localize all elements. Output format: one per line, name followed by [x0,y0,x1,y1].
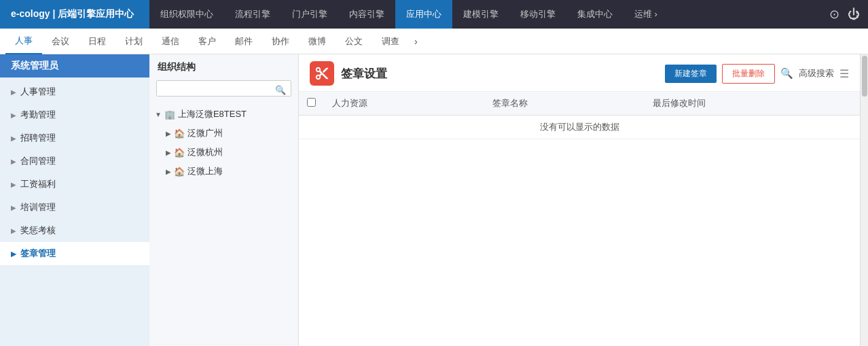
org-tree-shanghai[interactable]: ▶ 🏠 泛微上海 [160,162,298,181]
select-all-checkbox[interactable] [307,98,316,107]
org-panel: 组织结构 🔍 ▼ 🏢 上海泛微E8TEST ▶ 🏠 泛微广州 [149,54,299,346]
second-nav-plan[interactable]: 计划 [115,29,152,54]
search-icon-button[interactable]: 🔍 [780,67,793,80]
org-tree-children: ▶ 🏠 泛微广州 ▶ 🏠 泛微杭州 ▶ 🏠 泛微上海 [149,124,298,181]
second-nav-more[interactable]: › [409,36,423,47]
sidebar-item-seal[interactable]: ▶ 签章管理 [0,242,149,265]
list-view-icon[interactable]: ☰ [839,67,849,80]
main-layout: 系统管理员 ▶ 人事管理 ▶ 考勤管理 ▶ 招聘管理 ▶ 合同管理 ▶ 工资福利 [0,54,868,346]
arrow-icon-recruit: ▶ [11,135,16,142]
second-nav-mail[interactable]: 邮件 [225,29,262,54]
left-sidebar: 系统管理员 ▶ 人事管理 ▶ 考勤管理 ▶ 招聘管理 ▶ 合同管理 ▶ 工资福利 [0,54,149,346]
top-nav-bar: e-cology | 后端引擎应用中心 组织权限中心 流程引擎 门户引擎 内容引… [0,0,868,29]
arrow-icon-reward: ▶ [11,227,16,235]
sidebar-item-attendance[interactable]: ▶ 考勤管理 [0,103,149,126]
arrow-icon-attendance: ▶ [11,111,16,119]
content-area: 组织结构 🔍 ▼ 🏢 上海泛微E8TEST ▶ 🏠 泛微广州 [149,54,868,346]
nav-item-portal[interactable]: 门户引擎 [281,0,338,29]
table-header-row: 人力资源 签章名称 最后修改时间 [299,92,860,116]
home-icon-sh: 🏠 [174,167,185,177]
nav-item-integration[interactable]: 集成中心 [566,0,623,29]
sidebar-title: 系统管理员 [0,54,149,77]
org-search-icon[interactable]: 🔍 [275,85,286,95]
sidebar-item-training[interactable]: ▶ 培训管理 [0,196,149,219]
col-checkbox [299,92,324,116]
expand-icon-sh: ▶ [166,168,171,175]
arrow-icon-salary: ▶ [11,181,16,188]
nav-item-org[interactable]: 组织权限中心 [149,0,224,29]
col-time: 最后修改时间 [645,92,860,116]
power-icon[interactable]: ⏻ [848,7,860,22]
sidebar-item-recruit[interactable]: ▶ 招聘管理 [0,126,149,150]
org-tree-root[interactable]: ▼ 🏢 上海泛微E8TEST [149,105,298,124]
org-search-box: 🔍 [149,77,298,102]
nav-item-ops[interactable]: 运维 › [623,0,668,29]
org-tree-hangzhou[interactable]: ▶ 🏠 泛微杭州 [160,143,298,162]
right-scrollbar[interactable] [860,54,868,346]
org-tree-guangzhou[interactable]: ▶ 🏠 泛微广州 [160,124,298,143]
second-nav-comm[interactable]: 通信 [152,29,189,54]
smiley-icon[interactable]: ⊙ [829,7,839,22]
second-nav-bar: 人事 会议 日程 计划 通信 客户 邮件 协作 微博 公文 调查 › [0,29,868,54]
scissors-svg [314,66,329,81]
main-content: 签章设置 新建签章 批量删除 🔍 高级搜索 ☰ 人力资源 [299,54,860,346]
col-hr: 人力资源 [324,92,484,116]
second-nav-meeting[interactable]: 会议 [42,29,79,54]
content-title: 签章设置 [341,66,387,82]
expand-icon-root: ▼ [155,111,162,118]
expand-icon-gz: ▶ [166,130,171,137]
empty-tip: 没有可以显示的数据 [299,116,860,139]
org-tree: ▼ 🏢 上海泛微E8TEST ▶ 🏠 泛微广州 ▶ 🏠 泛微杭州 [149,102,298,184]
org-panel-title: 组织结构 [149,54,298,77]
sidebar-item-salary[interactable]: ▶ 工资福利 [0,173,149,196]
sidebar-menu: ▶ 人事管理 ▶ 考勤管理 ▶ 招聘管理 ▶ 合同管理 ▶ 工资福利 ▶ 培训管… [0,77,149,268]
nav-item-flow[interactable]: 流程引擎 [224,0,281,29]
nav-right-icons: ⊙ ⏻ [829,7,868,22]
batch-delete-button[interactable]: 批量删除 [722,64,775,84]
logo: e-cology | 后端引擎应用中心 [0,0,149,29]
arrow-icon-contract: ▶ [11,158,16,165]
arrow-icon-hr: ▶ [11,88,16,96]
col-name: 签章名称 [484,92,645,116]
nav-item-content[interactable]: 内容引擎 [338,0,395,29]
scrollbar-thumb [862,56,867,97]
empty-row: 没有可以显示的数据 [299,116,860,139]
new-seal-button[interactable]: 新建签章 [665,65,717,83]
arrow-icon-training: ▶ [11,204,16,211]
company-icon-root: 🏢 [164,109,175,120]
content-header: 签章设置 新建签章 批量删除 🔍 高级搜索 ☰ [299,54,860,92]
nav-item-mobile[interactable]: 移动引擎 [509,0,566,29]
second-nav-doc[interactable]: 公文 [336,29,372,54]
org-search-input[interactable] [156,80,291,97]
second-nav-customer[interactable]: 客户 [189,29,225,54]
nav-item-model[interactable]: 建模引擎 [452,0,509,29]
sidebar-item-reward[interactable]: ▶ 奖惩考核 [0,219,149,242]
nav-items: 组织权限中心 流程引擎 门户引擎 内容引擎 应用中心 建模引擎 移动引擎 集成中… [149,0,829,29]
seal-icon [310,61,334,86]
content-header-right: 新建签章 批量删除 🔍 高级搜索 ☰ [665,64,849,84]
arrow-icon-seal: ▶ [11,250,16,258]
second-nav-schedule[interactable]: 日程 [79,29,115,54]
advanced-search-button[interactable]: 高级搜索 [799,67,834,80]
sidebar-item-hr[interactable]: ▶ 人事管理 [0,80,149,103]
expand-icon-hz: ▶ [166,149,171,156]
nav-item-app[interactable]: 应用中心 [395,0,452,29]
sidebar-item-contract[interactable]: ▶ 合同管理 [0,150,149,173]
second-nav-blog[interactable]: 微博 [299,29,336,54]
seal-table: 人力资源 签章名称 最后修改时间 没有可以显示的数据 [299,92,860,139]
second-nav-collab[interactable]: 协作 [262,29,299,54]
home-icon-hz: 🏠 [174,148,185,158]
second-nav-survey[interactable]: 调查 [372,29,409,54]
second-nav-hr[interactable]: 人事 [5,29,42,54]
home-icon-gz: 🏠 [174,128,185,139]
